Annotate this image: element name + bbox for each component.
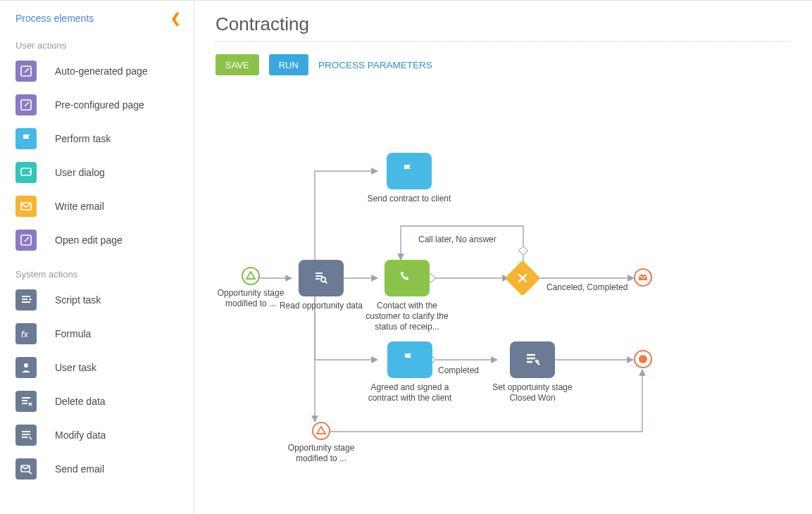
edge-label-cancel-complete: Canceled, Completed <box>546 282 627 292</box>
palette-item-label: Script task <box>55 294 101 306</box>
flag-icon <box>387 153 432 189</box>
node-terminate-end[interactable] <box>632 350 654 368</box>
edge-label-call-later: Call later, No answer <box>418 234 496 244</box>
node-message-end[interactable] <box>632 268 654 289</box>
terminate-end-icon <box>634 350 652 368</box>
group-user-actions: User actions <box>15 40 187 51</box>
gateway-x-icon <box>505 261 541 296</box>
modify-data-icon <box>15 425 37 446</box>
app-root: Process elements ❮ User actions Auto-gen… <box>0 0 812 514</box>
palette-item-label: User task <box>55 362 96 373</box>
node-read-opportunity-data[interactable]: Read opportunity data <box>279 260 363 311</box>
node-exclusive-gateway[interactable] <box>508 265 537 291</box>
node-label: Opportunity stage modified to ... <box>216 288 286 309</box>
palette-modify-data[interactable]: Modify data <box>15 420 187 450</box>
process-parameters-link[interactable]: PROCESS PARAMETERS <box>318 60 432 70</box>
node-start-signal-2[interactable]: Opportunity stage modified to ... <box>279 422 363 464</box>
node-label: Set opportuinty stage Closed Won <box>487 382 578 403</box>
palette-send-email[interactable]: Send email <box>15 454 187 484</box>
node-label: Opportunity stage modified to ... <box>279 443 363 464</box>
palette-auto-generated-page[interactable]: Auto-generated page <box>15 56 187 86</box>
group-system-actions: System actions <box>15 269 187 280</box>
user-icon <box>15 357 37 378</box>
palette-user-task[interactable]: User task <box>15 353 187 382</box>
palette-preconfigured-page[interactable]: Pre-configured page <box>15 90 187 120</box>
flag-icon <box>15 128 37 149</box>
palette-write-email[interactable]: Write email <box>15 192 187 221</box>
run-button[interactable]: RUN <box>269 54 308 75</box>
node-contact-customer[interactable]: Contact with the customer to clarify the… <box>358 260 456 332</box>
palette-item-label: Send email <box>55 463 104 475</box>
mail-out-icon <box>15 458 37 479</box>
read-data-icon <box>299 260 344 296</box>
node-start-signal-1[interactable]: Opportunity stage modified to ... <box>216 267 286 309</box>
node-agreed-signed[interactable]: Agreed and signed a contract with the cl… <box>361 341 459 403</box>
signal-start-icon <box>312 422 330 440</box>
palette-user-dialog[interactable]: User dialog <box>15 158 187 187</box>
set-stage-icon <box>510 341 555 378</box>
save-button[interactable]: SAVE <box>216 54 259 75</box>
palette-open-edit-page[interactable]: Open edit page <box>15 225 187 255</box>
edit-page-icon <box>15 230 37 251</box>
node-label: Read opportunity data <box>279 301 363 311</box>
palette-item-label: Pre-configured page <box>55 99 144 111</box>
palette-item-label: Write email <box>55 201 104 212</box>
dialog-icon <box>15 162 37 183</box>
mail-icon <box>15 196 37 217</box>
toolbar: SAVE RUN PROCESS PARAMETERS <box>216 54 791 75</box>
edit-page-icon <box>15 61 37 82</box>
bpmn-diagram[interactable]: Call later, No answer Canceled, Complete… <box>194 85 807 501</box>
mail-end-icon <box>634 268 652 287</box>
collapse-left-icon[interactable]: ❮ <box>170 11 181 26</box>
phone-icon <box>385 260 430 296</box>
title-underline <box>216 41 791 42</box>
edit-page-icon <box>15 94 37 115</box>
process-title: Contracting <box>216 13 791 35</box>
node-set-stage-closed-won[interactable]: Set opportuinty stage Closed Won <box>483 341 582 403</box>
palette-item-label: Formula <box>55 328 91 339</box>
script-icon <box>15 289 37 311</box>
palette-item-label: Modify data <box>55 430 106 441</box>
node-label: Agreed and signed a contract with the cl… <box>364 382 456 403</box>
palette-item-label: Perform task <box>55 133 111 144</box>
node-label: Contact with the customer to clarify the… <box>361 301 453 332</box>
palette-delete-data[interactable]: Delete data <box>15 387 187 416</box>
signal-start-icon <box>242 267 260 285</box>
palette-script-task[interactable]: Script task <box>15 285 187 315</box>
flag-icon <box>387 341 432 378</box>
palette-item-label: Delete data <box>55 396 106 407</box>
palette-item-label: User dialog <box>55 167 105 178</box>
fx-icon <box>15 323 37 344</box>
node-send-contract[interactable]: Send contract to client <box>363 153 455 204</box>
node-label: Send contract to client <box>363 194 455 204</box>
process-elements-sidebar: Process elements ❮ User actions Auto-gen… <box>0 1 194 514</box>
palette-formula[interactable]: Formula <box>15 319 187 349</box>
palette-item-label: Auto-generated page <box>55 65 148 77</box>
delete-data-icon <box>15 391 37 412</box>
designer-canvas: Contracting SAVE RUN PROCESS PARAMETERS <box>194 1 812 514</box>
palette-item-label: Open edit page <box>55 234 123 246</box>
palette-perform-task[interactable]: Perform task <box>15 124 187 153</box>
sidebar-title: Process elements <box>15 13 94 24</box>
